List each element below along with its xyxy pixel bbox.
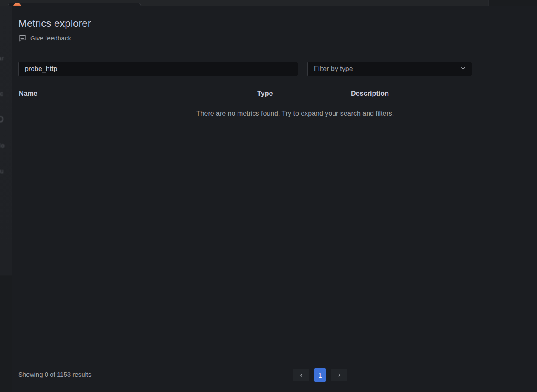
- give-feedback-label: Give feedback: [30, 34, 71, 42]
- table-header-row: Name Type Description: [18, 90, 537, 103]
- background-panel-edge: [488, 0, 537, 6]
- metric-search-input[interactable]: [18, 62, 298, 76]
- pagination: 1: [293, 368, 347, 382]
- results-summary: Showing 0 of 1153 results: [18, 371, 92, 378]
- type-filter-select[interactable]: Filter by type: [307, 62, 472, 76]
- type-filter-placeholder: Filter by type: [314, 65, 353, 73]
- background-text-fragment: O: [0, 114, 11, 124]
- background-text-fragment: u: [0, 167, 12, 175]
- empty-state-message: There are no metrics found. Try to expan…: [196, 110, 394, 117]
- metrics-explorer-drawer: Metrics explorer Give feedback Filter by…: [12, 6, 537, 392]
- drawer-backdrop-left[interactable]: ar c O lo u: [0, 6, 12, 392]
- metrics-table: Name Type Description There are no metri…: [18, 90, 537, 124]
- column-header-name: Name: [19, 90, 257, 97]
- next-page-button[interactable]: [331, 369, 347, 381]
- give-feedback-link[interactable]: Give feedback: [18, 34, 71, 42]
- chevron-left-icon: [299, 372, 304, 378]
- column-header-type: Type: [257, 90, 351, 97]
- page-1-button[interactable]: 1: [314, 368, 326, 382]
- chevron-down-icon: [460, 65, 466, 73]
- background-text-fragment: ar: [0, 54, 12, 62]
- previous-page-button[interactable]: [293, 369, 309, 381]
- column-header-description: Description: [351, 90, 537, 97]
- filter-controls: Filter by type: [18, 62, 530, 76]
- table-empty-state: There are no metrics found. Try to expan…: [17, 103, 537, 124]
- background-text-fragment: lo: [0, 142, 12, 149]
- background-text-fragment: c: [0, 90, 12, 97]
- comment-icon: [18, 34, 26, 42]
- chevron-right-icon: [336, 372, 342, 378]
- page-title: Metrics explorer: [18, 18, 530, 29]
- drawer-backdrop-top[interactable]: [0, 0, 537, 6]
